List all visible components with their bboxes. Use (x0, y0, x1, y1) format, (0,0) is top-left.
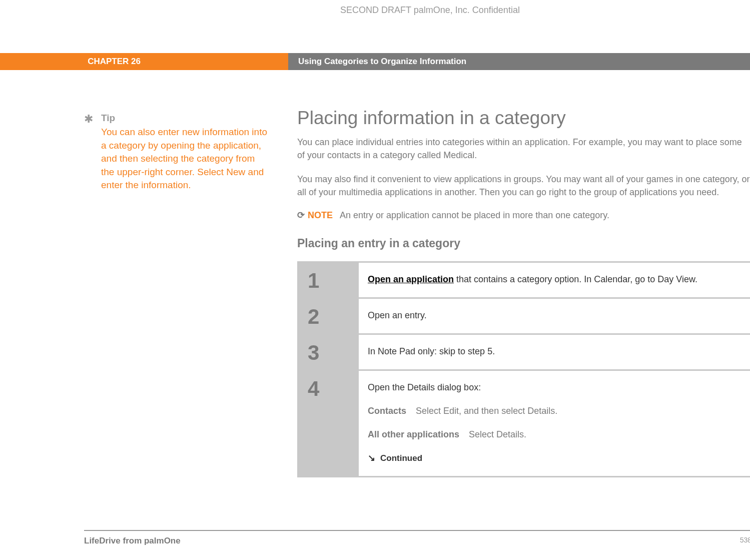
detail-text: Select Edit, and then select Details. (416, 406, 557, 416)
detail-row: Contacts Select Edit, and then select De… (368, 404, 739, 418)
step-number: 4 (299, 371, 359, 476)
steps-container: 1 Open an application that contains a ca… (297, 261, 750, 477)
step-number: 2 (299, 299, 359, 333)
intro-paragraph-1: You can place individual entries into ca… (297, 136, 750, 162)
step-content: Open the Details dialog box: Contacts Se… (359, 371, 750, 476)
note-text: An entry or application cannot be placed… (340, 210, 609, 221)
step-lead-text: Open the Details dialog box: (368, 381, 739, 394)
step-number: 1 (299, 263, 359, 297)
page-footer: LifeDrive from palmOne 538 (84, 530, 750, 546)
product-name: LifeDrive from palmOne (84, 536, 181, 546)
step-row: 2 Open an entry. (299, 299, 750, 333)
tip-text: You can also enter new information into … (101, 126, 269, 192)
sidebar-tip: ✱ Tip You can also enter new information… (84, 113, 269, 192)
step-text: Open an entry. (368, 310, 427, 320)
main-content: Placing information in a category You ca… (297, 108, 750, 477)
tip-heading: Tip (101, 113, 269, 124)
confidential-watermark: SECOND DRAFT palmOne, Inc. Confidential (0, 5, 750, 16)
page-number: 538 (740, 536, 750, 546)
step-content: Open an application that contains a cate… (359, 263, 750, 297)
chapter-bar: CHAPTER 26 Using Categories to Organize … (0, 53, 750, 70)
subsection-heading: Placing an entry in a category (297, 237, 750, 250)
continued-row: ↘ Continued (368, 451, 739, 465)
open-application-link[interactable]: Open an application (368, 274, 454, 284)
intro-paragraph-2: You may also find it convenient to view … (297, 173, 750, 199)
detail-text: Select Details. (469, 429, 526, 439)
continued-label: Continued (380, 452, 422, 465)
step-number: 3 (299, 335, 359, 369)
detail-row: All other applications Select Details. (368, 428, 739, 441)
detail-label: Contacts (368, 406, 406, 416)
section-heading: Placing information in a category (297, 108, 750, 129)
note-row: ⟳ NOTE An entry or application cannot be… (297, 210, 750, 221)
step-content: In Note Pad only: skip to step 5. (359, 335, 750, 369)
arrow-down-right-icon: ↘ (368, 451, 375, 465)
chapter-number: CHAPTER 26 (0, 53, 288, 70)
step-text: In Note Pad only: skip to step 5. (368, 346, 495, 356)
detail-label: All other applications (368, 429, 459, 439)
step-row: 1 Open an application that contains a ca… (299, 263, 750, 297)
chapter-title: Using Categories to Organize Information (288, 53, 750, 70)
step-row: 3 In Note Pad only: skip to step 5. (299, 335, 750, 369)
note-icon: ⟳ (297, 210, 305, 221)
asterisk-icon: ✱ (84, 113, 93, 126)
step-row: 4 Open the Details dialog box: Contacts … (299, 371, 750, 476)
step-content: Open an entry. (359, 299, 750, 333)
note-label: NOTE (308, 210, 333, 221)
step-text: that contains a category option. In Cale… (454, 274, 697, 284)
